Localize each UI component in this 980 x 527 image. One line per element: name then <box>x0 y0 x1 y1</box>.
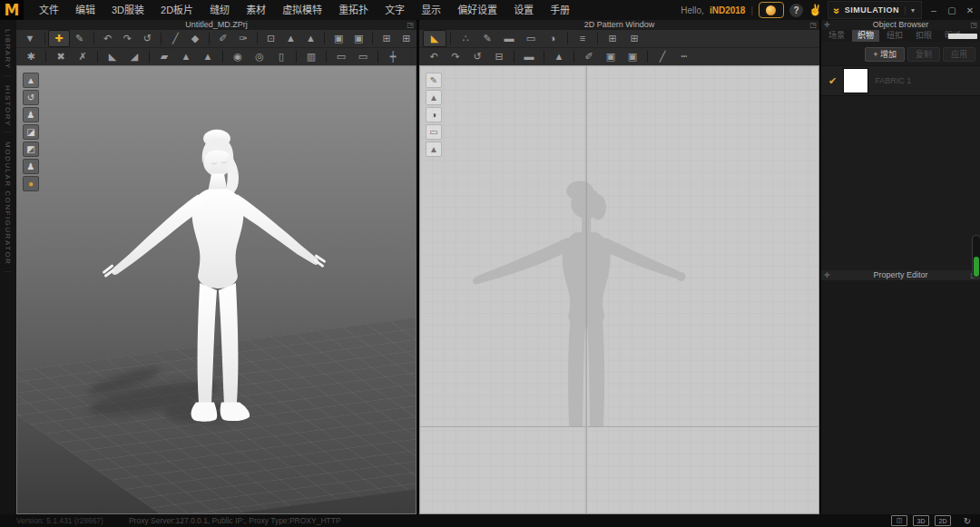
menu-retopology[interactable]: 重拓扑 <box>330 0 377 20</box>
menu-settings[interactable]: 设置 <box>505 0 542 20</box>
menu-file[interactable]: 文件 <box>31 0 67 20</box>
tab-buttonhole[interactable]: 扣眼 <box>910 30 937 42</box>
tool-flip-pattern[interactable]: ⊡ <box>261 31 281 46</box>
copy-button[interactable]: 复制 <box>907 47 940 62</box>
scrollbar-thumb[interactable] <box>974 257 979 277</box>
tool-pin-box[interactable]: ↶ <box>98 31 118 46</box>
tool-rectangle[interactable]: ▭ <box>520 31 542 46</box>
tool-ruler-3d[interactable]: ┿ <box>382 49 404 64</box>
view-2d-button[interactable]: 2D <box>935 515 951 526</box>
tab-scene[interactable]: 场景 <box>823 30 850 42</box>
menu-text[interactable]: 文字 <box>377 0 413 20</box>
tab-button[interactable]: 纽扣 <box>881 30 908 42</box>
sync-button[interactable]: ↻ <box>960 516 975 525</box>
toggle-sketch-icon[interactable]: ✎ <box>426 73 442 88</box>
help-button[interactable]: ? <box>789 4 803 17</box>
tool-measure-a[interactable]: ▭ <box>330 49 352 64</box>
tool-tack-on-avatar[interactable]: ✖ <box>50 49 72 64</box>
toggle-avatar-icon[interactable]: ♟ <box>23 107 39 122</box>
tool-button[interactable]: ◉ <box>227 49 249 64</box>
fabric-item[interactable]: ✔ FABRIC 1 <box>821 65 980 96</box>
tool-flag-a[interactable]: ◣ <box>102 49 123 64</box>
rail-history[interactable]: HISTORY <box>4 80 12 133</box>
tool-quilt-grid-2[interactable]: ⊞ <box>397 31 416 46</box>
pin-icon[interactable]: ✛ <box>824 20 830 30</box>
toggle-garment-outline-icon[interactable]: ▲ <box>426 90 442 105</box>
menu-sewing[interactable]: 缝纫 <box>201 0 238 20</box>
tool-steam-iron[interactable]: ▬ <box>518 49 540 64</box>
tool-measure-line[interactable]: ╱ <box>652 49 673 64</box>
popout-icon[interactable]: ◳ <box>809 20 817 30</box>
tool-simulate[interactable]: ▼ <box>20 31 40 46</box>
3d-viewport[interactable]: ▲↺♟◪◩♟● <box>16 65 416 514</box>
tool-remove-tacks[interactable]: ✗ <box>72 49 93 64</box>
tool-circle[interactable]: ◑ <box>542 31 564 46</box>
tool-lift-garment[interactable]: ▲ <box>281 31 301 46</box>
tool-fold-3d[interactable]: ✑ <box>233 31 253 46</box>
popout-icon[interactable]: ◳ <box>407 20 414 30</box>
tool-select-move[interactable]: ✚ <box>48 30 70 47</box>
menu-material[interactable]: 素材 <box>238 0 274 20</box>
tool-brush-3d[interactable]: ◆ <box>185 31 205 46</box>
gesture-hint-icon[interactable]: ✌ <box>808 4 822 16</box>
2d-pattern-viewport[interactable]: ✎▲◑▭▲ <box>419 65 819 514</box>
tool-quilt-grid[interactable]: ⊞ <box>377 31 397 46</box>
tool-remove-pins[interactable]: ↺ <box>137 31 157 46</box>
fabric-swatch[interactable] <box>843 68 868 93</box>
toggle-textured-surface-icon[interactable]: ● <box>23 176 39 191</box>
tool-pen-2d[interactable]: ✎ <box>476 31 498 46</box>
toggle-garment-icon[interactable]: ▲ <box>23 73 39 88</box>
tool-texture-edit[interactable]: ✐ <box>578 49 600 64</box>
tool-fit-check[interactable]: ▯ <box>270 49 292 64</box>
menu-display[interactable]: 显示 <box>413 0 449 20</box>
tab-fabric[interactable]: 织物 <box>852 30 879 42</box>
menu-2d-pattern[interactable]: 2D板片 <box>152 0 201 20</box>
tool-pin-lasso[interactable]: ↷ <box>118 31 138 46</box>
tool-sew-edit[interactable]: ⊟ <box>488 49 510 64</box>
toggle-texture-icon[interactable]: ◑ <box>426 107 442 122</box>
tool-grid-texture-2[interactable]: ⊞ <box>623 31 645 46</box>
tool-shirt-a[interactable]: ▲ <box>175 49 197 64</box>
tool-pattern-grid-2[interactable]: ▣ <box>622 49 643 64</box>
restore-button[interactable]: ▢ <box>946 5 958 15</box>
toggle-pattern-dim-icon[interactable]: ◩ <box>23 142 39 157</box>
cloud-gallery-button[interactable] <box>759 2 784 18</box>
tool-select-mesh[interactable]: ✎ <box>70 31 90 46</box>
menu-avatar[interactable]: 虚拟模特 <box>274 0 330 20</box>
tool-polygon[interactable]: ▬ <box>498 31 520 46</box>
toggle-shirt-dim-icon[interactable]: ▲ <box>426 142 442 157</box>
tool-avatar-tape[interactable]: ✱ <box>20 49 42 64</box>
tool-sew-mn[interactable]: ↺ <box>466 49 488 64</box>
toggle-mannequin-icon[interactable]: ♟ <box>23 159 39 174</box>
apply-button[interactable]: 应用 <box>943 47 975 62</box>
menu-3d-garment[interactable]: 3D服装 <box>103 0 152 20</box>
tool-zipper[interactable]: ▥ <box>300 49 322 64</box>
tool-drop-garment[interactable]: ▲ <box>301 31 321 46</box>
close-button[interactable]: ✕ <box>964 5 976 15</box>
toggle-pattern-outline-icon[interactable]: ◪ <box>23 124 39 140</box>
tool-sew-free[interactable]: ↷ <box>445 49 466 64</box>
tool-attach-shoe[interactable]: ▰ <box>153 49 175 64</box>
tool-needle-3d[interactable]: ╱ <box>165 31 185 46</box>
rail-modular-configurator[interactable]: MODULAR CONFIGURATOR <box>4 136 12 271</box>
split-view-button[interactable]: ◫ <box>891 515 907 526</box>
tool-shirt-b[interactable]: ▲ <box>197 49 219 64</box>
menu-manual[interactable]: 手册 <box>542 0 578 20</box>
tool-flag-b[interactable]: ◢ <box>123 49 145 64</box>
tool-sync-garment[interactable]: ▲ <box>548 49 570 64</box>
popout-icon[interactable]: ◳ <box>970 20 977 30</box>
tool-spool-b[interactable]: ▣ <box>348 31 368 46</box>
minimize-button[interactable]: – <box>927 5 940 15</box>
tool-transform-pattern[interactable]: ◣ <box>423 30 446 47</box>
tool-fold-arrangement[interactable]: ✐ <box>213 31 233 46</box>
rail-library[interactable]: LIBRARY <box>4 24 12 76</box>
view-3d-button[interactable]: 3D <box>913 515 929 526</box>
toggle-pattern-fill-icon[interactable]: ▭ <box>426 124 442 140</box>
menu-preferences[interactable]: 偏好设置 <box>449 0 505 20</box>
tool-measure-b[interactable]: ▭ <box>352 49 374 64</box>
tool-pleats[interactable]: ≡ <box>572 31 593 46</box>
add-button[interactable]: + 增加 <box>865 47 905 62</box>
tool-measure-tape[interactable]: ┉ <box>673 49 695 64</box>
tool-buttonhole[interactable]: ◎ <box>249 49 270 64</box>
menu-edit[interactable]: 编辑 <box>67 0 103 20</box>
